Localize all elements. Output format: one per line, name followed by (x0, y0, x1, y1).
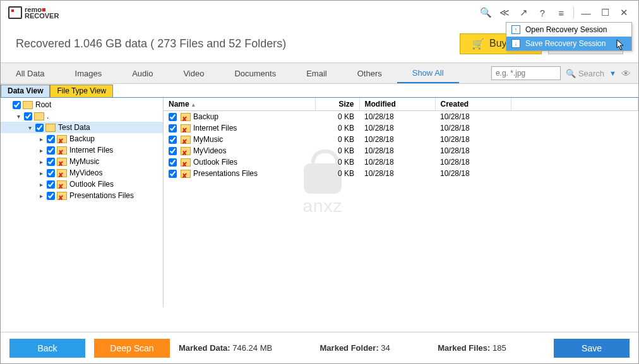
deep-scan-button[interactable]: Deep Scan (94, 339, 170, 358)
logo-text: remo■ RECOVER (25, 6, 59, 19)
tree-node-myvideos[interactable]: ▸MyVideos (1, 167, 163, 179)
menu-icon[interactable]: ≡ (552, 3, 571, 22)
folder-icon (57, 158, 67, 166)
tree-node-.[interactable]: ▾. (1, 110, 163, 122)
row-created: 10/28/18 (435, 111, 511, 123)
row-modified: 10/28/18 (359, 134, 435, 145)
marked-folder-stat: Marked Folder: 34 (320, 343, 390, 353)
table-row[interactable]: Presentations Files0 KB10/28/1810/28/18 (164, 168, 638, 179)
tree-checkbox[interactable] (47, 146, 55, 155)
tree-toggle-icon[interactable]: ▸ (37, 147, 45, 154)
tree-label: Root (35, 100, 51, 109)
col-size[interactable]: Size (315, 98, 359, 111)
filter-others[interactable]: Others (342, 63, 397, 83)
tree-checkbox[interactable] (47, 135, 55, 143)
marked-data-stat: Marked Data: 746.24 MB (179, 343, 272, 353)
tree-toggle-icon[interactable]: ▸ (37, 136, 45, 143)
tree-toggle-icon[interactable]: ▸ (37, 181, 45, 188)
tree-toggle-icon[interactable]: ▸ (37, 158, 45, 165)
back-button[interactable]: Back (9, 339, 85, 358)
row-checkbox[interactable] (169, 124, 177, 132)
tree-toggle-icon[interactable]: ▸ (37, 192, 45, 199)
row-name: MyMusic (193, 135, 223, 144)
row-size: 0 KB (315, 168, 359, 179)
tree-node-internet-files[interactable]: ▸Internet Files (1, 144, 163, 156)
row-name: Outlook Files (193, 158, 237, 167)
row-checkbox[interactable] (169, 170, 177, 178)
filter-video[interactable]: Video (168, 63, 219, 83)
tree-node-root[interactable]: Root (1, 99, 163, 110)
tree-checkbox[interactable] (35, 124, 44, 132)
minimize-icon[interactable]: — (576, 3, 595, 22)
row-size: 0 KB (315, 156, 359, 168)
row-created: 10/28/18 (435, 134, 511, 145)
tree-node-backup[interactable]: ▸Backup (1, 133, 163, 144)
row-checkbox[interactable] (169, 158, 177, 167)
tree-checkbox[interactable] (47, 180, 55, 189)
tree-checkbox[interactable] (13, 101, 21, 109)
row-checkbox[interactable] (169, 113, 177, 121)
filter-all-data[interactable]: All Data (1, 63, 60, 83)
row-created: 10/28/18 (435, 122, 511, 134)
filter-audio[interactable]: Audio (117, 63, 168, 83)
filter-show-all[interactable]: Show All (397, 63, 459, 83)
folder-icon (57, 192, 67, 200)
filter-documents[interactable]: Documents (219, 63, 291, 83)
tree-node-test-data[interactable]: ▾Test Data (1, 122, 163, 133)
tab-file-type-view[interactable]: File Type View (50, 85, 113, 97)
save-button[interactable]: Save (554, 339, 630, 358)
row-checkbox[interactable] (169, 136, 177, 144)
tree-toggle-icon[interactable]: ▾ (26, 124, 33, 131)
tree-node-presentations-files[interactable]: ▸Presentations Files (1, 190, 163, 201)
row-checkbox[interactable] (169, 147, 177, 155)
row-modified: 10/28/18 (359, 122, 435, 134)
col-created[interactable]: Created (435, 98, 511, 111)
table-row[interactable]: MyMusic0 KB10/28/1810/28/18 (164, 134, 638, 145)
col-name[interactable]: Name▴ (164, 98, 315, 111)
tree-label: Internet Files (69, 146, 113, 155)
filter-images[interactable]: Images (60, 63, 117, 83)
tab-data-view[interactable]: Data View (1, 85, 50, 97)
row-name: Presentations Files (193, 169, 258, 178)
share-icon[interactable]: ≪ (495, 3, 514, 22)
table-pane[interactable]: Name▴ Size Modified Created Backup0 KB10… (164, 98, 638, 307)
filter-bar: All DataImagesAudioVideoDocumentsEmailOt… (1, 62, 638, 84)
table-row[interactable]: Internet Files0 KB10/28/1810/28/18 (164, 122, 638, 134)
session-icon[interactable]: ↗ (514, 3, 533, 22)
tree-toggle-icon[interactable]: ▾ (15, 113, 22, 120)
tree-pane[interactable]: Root▾.▾Test Data▸Backup▸Internet Files▸M… (1, 98, 164, 307)
filter-dropdown-icon[interactable]: ▼ (609, 69, 616, 77)
preview-toggle-icon[interactable]: 👁 (621, 68, 631, 79)
filter-email[interactable]: Email (291, 63, 342, 83)
close-icon[interactable]: ✕ (614, 3, 633, 22)
open-recovery-session[interactable]: ↑ Open Recovery Session (506, 23, 631, 37)
tree-toggle-icon[interactable]: ▸ (37, 170, 45, 177)
tree-node-outlook-files[interactable]: ▸Outlook Files (1, 179, 163, 190)
search-input[interactable] (491, 66, 561, 80)
table-row[interactable]: Backup0 KB10/28/1810/28/18 (164, 111, 638, 123)
titlebar-controls: 🔍 ≪ ↗ ? ≡ — ☐ ✕ (476, 3, 633, 22)
search-icon[interactable]: 🔍 (476, 3, 495, 22)
col-spacer (511, 98, 638, 111)
row-created: 10/28/18 (435, 145, 511, 156)
tree-label: . (47, 112, 49, 120)
table-row[interactable]: Outlook Files0 KB10/28/1810/28/18 (164, 156, 638, 168)
save-recovery-session[interactable]: ↓ Save Recovery Session (506, 37, 631, 50)
tree-checkbox[interactable] (47, 169, 55, 177)
marked-files-stat: Marked Files: 185 (438, 343, 506, 353)
view-tabs: Data View File Type View (1, 84, 638, 98)
save-session-label: Save Recovery Session (525, 39, 606, 48)
tree-checkbox[interactable] (47, 158, 55, 166)
tree-checkbox[interactable] (24, 112, 32, 120)
row-created: 10/28/18 (435, 168, 511, 179)
tree-node-mymusic[interactable]: ▸MyMusic (1, 156, 163, 167)
search-button[interactable]: 🔍 Search (566, 69, 604, 78)
maximize-icon[interactable]: ☐ (595, 3, 614, 22)
open-session-label: Open Recovery Session (525, 25, 607, 34)
row-name: Backup (193, 112, 218, 121)
tree-checkbox[interactable] (47, 192, 55, 200)
help-icon[interactable]: ? (533, 3, 552, 22)
table-row[interactable]: MyVideos0 KB10/28/1810/28/18 (164, 145, 638, 156)
folder-icon (181, 124, 191, 132)
col-modified[interactable]: Modified (359, 98, 435, 111)
